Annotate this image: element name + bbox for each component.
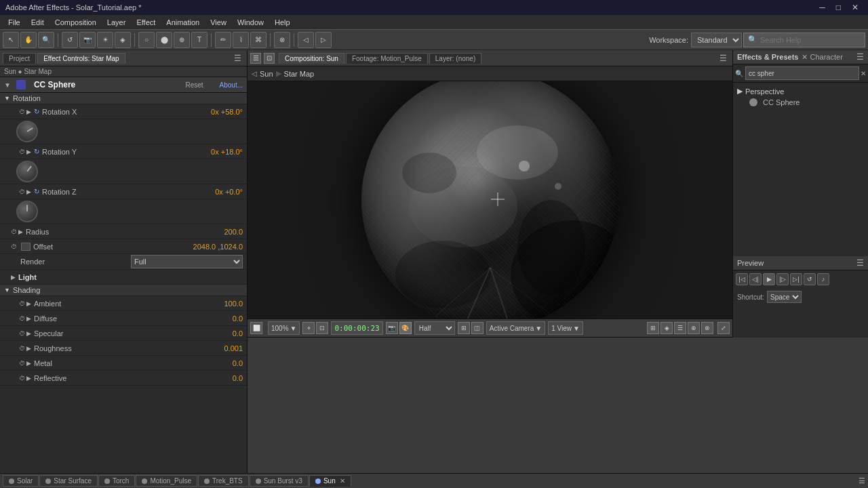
diffuse-expand[interactable]: ▶ [26, 315, 31, 322]
radius-expand[interactable]: ▶ [18, 228, 23, 235]
effects-search-input[interactable] [745, 66, 859, 80]
expand-viewer-btn[interactable]: ⤢ [717, 322, 730, 334]
footage-tab[interactable]: Footage: Motion_Pulse [346, 53, 428, 64]
reflective-value[interactable]: 0.0 [233, 374, 243, 382]
preview-play[interactable]: ▶ [763, 273, 775, 285]
specular-expand[interactable]: ▶ [26, 330, 31, 337]
roughness-stopwatch[interactable]: ⏱ [19, 345, 25, 352]
roto-tool[interactable]: ⊗ [274, 32, 290, 48]
3d-glasses-btn[interactable]: ⊞ [647, 322, 659, 334]
timeline-options-btn[interactable]: ☰ [859, 476, 865, 485]
tl-tab-trek-bts[interactable]: Trek_BTS [198, 475, 249, 487]
grid-btn[interactable]: ⊞ [458, 322, 470, 334]
tl-tab-solar[interactable]: Solar [3, 475, 39, 487]
rotate-tool[interactable]: ↺ [62, 32, 78, 48]
menu-help[interactable]: Help [269, 17, 296, 28]
project-tab[interactable]: Project [3, 53, 36, 64]
selection-tool[interactable]: ↖ [3, 32, 19, 48]
ambient-value[interactable]: 100.0 [224, 300, 243, 308]
light-tool[interactable]: ☀ [97, 32, 113, 48]
zoom-tool[interactable]: 🔍 [38, 32, 54, 48]
snap-btn-2[interactable]: ⊡ [316, 322, 328, 334]
pen-tool[interactable]: ✏ [215, 32, 231, 48]
roughness-expand[interactable]: ▶ [26, 345, 31, 352]
shape-ellipse-tool[interactable]: ○ [138, 32, 155, 48]
menu-composition[interactable]: Composition [50, 17, 102, 28]
rotation-x-stopwatch[interactable]: ⏱ [19, 108, 25, 115]
tl-tab-sun-burst[interactable]: Sun Burst v3 [250, 475, 309, 487]
fast-preview-btn[interactable]: ◈ [660, 322, 673, 334]
minimize-btn[interactable]: ─ [815, 3, 829, 12]
metal-expand[interactable]: ▶ [26, 360, 31, 367]
tl-tab-torch[interactable]: Torch [98, 475, 135, 487]
perspective-group-header[interactable]: ▶ Perspective [733, 85, 868, 97]
snap-btn-1[interactable]: ⌖ [302, 322, 315, 334]
offset-crosshair[interactable] [21, 243, 31, 251]
camera-tool[interactable]: 📷 [79, 32, 96, 48]
light-expand[interactable]: ▶ [11, 274, 16, 281]
shading-group-header[interactable]: ▼ Shading [0, 285, 247, 296]
offset-stopwatch[interactable]: ⏱ [11, 243, 17, 250]
viewer-panel-options[interactable]: ☰ [717, 54, 730, 63]
preview-goto-end[interactable]: ▷| [790, 273, 802, 285]
rotation-y-dial[interactable] [14, 158, 41, 185]
preview-goto-start[interactable]: |◁ [736, 273, 748, 285]
clone-tool[interactable]: ⊕ [174, 32, 190, 48]
viewer-icon-region[interactable]: ⬜ [250, 322, 262, 334]
rotation-x-dial[interactable] [12, 117, 42, 146]
rotation-x-expand[interactable]: ▶ [26, 108, 31, 115]
viewer-lock-btn[interactable]: ⊡ [264, 53, 275, 64]
sun-tab-close[interactable]: ✕ [340, 477, 345, 485]
tl-tab-star-surface[interactable]: Star Surface [39, 475, 98, 487]
layer-tab[interactable]: Layer: (none) [429, 53, 481, 64]
preview-loop[interactable]: ↺ [804, 273, 816, 285]
preview-options[interactable]: ☰ [856, 258, 864, 268]
rotation-x-value[interactable]: 0x +58.0° [211, 108, 243, 116]
effects-panel-options[interactable]: ☰ [856, 52, 864, 62]
text-tool[interactable]: T [191, 32, 208, 48]
effect-expand-arrow[interactable]: ▼ [4, 81, 11, 89]
reflective-expand[interactable]: ▶ [26, 375, 31, 382]
ambient-expand[interactable]: ▶ [26, 300, 31, 307]
breadcrumb-sun[interactable]: Sun [260, 70, 273, 78]
tl-tab-motion-pulse[interactable]: Motion_Pulse [136, 475, 197, 487]
offset-value[interactable]: 2048.0 ,1024.0 [193, 243, 243, 251]
composition-viewer[interactable] [248, 81, 732, 319]
puppet-tool[interactable]: ◈ [115, 32, 131, 48]
menu-file[interactable]: File [3, 17, 26, 28]
effects-search-clear[interactable]: ✕ [861, 70, 866, 77]
menu-edit[interactable]: Edit [26, 17, 50, 28]
metal-value[interactable]: 0.0 [233, 359, 243, 367]
close-btn[interactable]: ✕ [848, 3, 863, 12]
feather-tool[interactable]: ⌘ [250, 32, 267, 48]
ambient-stopwatch[interactable]: ⏱ [19, 300, 25, 307]
panel-options-btn[interactable]: ☰ [231, 54, 244, 63]
path-tool[interactable]: ⌇ [233, 32, 249, 48]
menu-window[interactable]: Window [232, 17, 269, 28]
layer-icons-btn[interactable]: ⊕ [688, 322, 700, 334]
preview-audio[interactable]: ♪ [817, 273, 829, 285]
radius-value[interactable]: 200.0 [224, 228, 243, 236]
tl-tab-sun[interactable]: Sun ✕ [309, 475, 351, 487]
transparency-btn[interactable]: ◫ [471, 322, 484, 334]
camera-icon-btn[interactable]: 📷 [386, 322, 398, 334]
hand-tool[interactable]: ✋ [20, 32, 37, 48]
reset-view-btn[interactable]: ⊗ [701, 322, 713, 334]
brush-tool[interactable]: ⬤ [156, 32, 172, 48]
rotation-z-stopwatch[interactable]: ⏱ [19, 188, 25, 195]
about-button[interactable]: About... [220, 81, 243, 89]
comp-tab[interactable]: Composition: Sun [279, 53, 344, 64]
shortcut-select[interactable]: Space [767, 291, 802, 303]
preview-step-back[interactable]: ◁| [749, 273, 762, 285]
radius-stopwatch[interactable]: ⏱ [11, 228, 17, 235]
specular-value[interactable]: 0.0 [233, 329, 243, 338]
rotation-group-header[interactable]: ▼ Rotation [0, 93, 247, 104]
search-help-container[interactable]: 🔍 [743, 33, 865, 47]
track-btn-2[interactable]: ▷ [315, 32, 332, 48]
diffuse-value[interactable]: 0.0 [233, 314, 243, 323]
breadcrumb-back[interactable]: ◁ [252, 70, 257, 77]
rotation-y-expand[interactable]: ▶ [26, 148, 31, 155]
window-controls[interactable]: ─ □ ✕ [815, 3, 863, 12]
breadcrumb-starmap[interactable]: Star Map [284, 70, 315, 78]
menu-view[interactable]: View [205, 17, 232, 28]
